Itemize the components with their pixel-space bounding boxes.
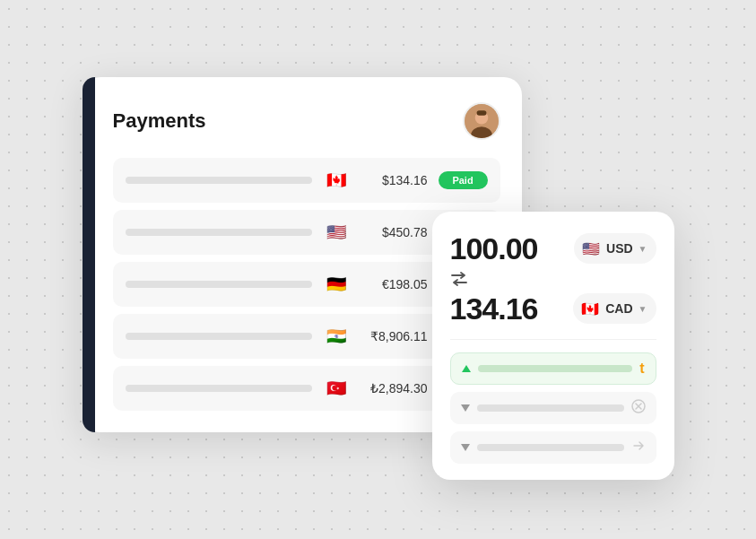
swap-icon[interactable]: [450, 272, 656, 286]
row-placeholder: [126, 281, 312, 288]
converter-card: 100.00 🇺🇸 USD ▼ 134.16 🇨🇦 CAD ▼: [432, 212, 674, 480]
row-placeholder: [126, 177, 312, 184]
badge-paid: Paid: [439, 171, 488, 189]
flag-canada: 🇨🇦: [323, 167, 350, 194]
input-row-2[interactable]: [450, 392, 656, 424]
triangle-up-icon: [462, 365, 471, 372]
row-placeholder: [126, 229, 312, 236]
sidebar-accent: [83, 77, 95, 432]
avatar: [463, 102, 500, 140]
amount-3: €198.05: [361, 277, 428, 291]
payment-row: 🇨🇦 $134.16 Paid: [113, 158, 500, 203]
input-bar: [477, 404, 624, 412]
to-currency-selector[interactable]: 🇨🇦 CAD ▼: [573, 293, 656, 324]
transfer-icon: t: [639, 361, 644, 377]
usd-flag: 🇺🇸: [581, 239, 601, 258]
payments-title: Payments: [113, 109, 206, 133]
amount-5: ₺2,894.30: [361, 381, 428, 396]
to-currency-code: CAD: [605, 301, 632, 316]
cad-flag: 🇨🇦: [580, 299, 600, 318]
payments-header: Payments: [113, 102, 500, 140]
arrow-icon: [631, 439, 646, 456]
divider: [450, 339, 656, 340]
from-amount: 100.00: [450, 231, 538, 266]
amount-1: $134.16: [361, 173, 428, 187]
amount-2: $450.78: [361, 225, 428, 239]
triangle-down-icon: [461, 404, 470, 412]
flag-germany: 🇩🇪: [323, 271, 350, 298]
flag-us: 🇺🇸: [323, 219, 350, 246]
flag-turkey: 🇹🇷: [323, 375, 350, 402]
input-bar: [477, 444, 624, 451]
input-row-1[interactable]: t: [450, 352, 656, 385]
chevron-down-icon: ▼: [639, 244, 647, 254]
row-placeholder: [126, 333, 312, 340]
input-bar-active: [478, 365, 633, 372]
from-currency-selector[interactable]: 🇺🇸 USD ▼: [574, 233, 656, 264]
to-amount: 134.16: [450, 291, 538, 326]
row-placeholder: [126, 385, 312, 392]
to-row: 134.16 🇨🇦 CAD ▼: [450, 291, 656, 326]
from-row: 100.00 🇺🇸 USD ▼: [450, 231, 656, 266]
scene: Payments 🇨🇦 $134.16 Paid: [83, 59, 674, 481]
svg-rect-3: [476, 110, 486, 115]
converter-inputs: t: [450, 352, 656, 464]
flag-india: 🇮🇳: [323, 323, 350, 350]
input-row-3[interactable]: [450, 431, 656, 464]
triangle-down-icon: [461, 444, 470, 451]
amount-4: ₹8,906.11: [361, 329, 428, 343]
from-currency-code: USD: [606, 241, 633, 256]
cancel-icon: [631, 399, 646, 417]
chevron-down-icon: ▼: [639, 304, 647, 314]
